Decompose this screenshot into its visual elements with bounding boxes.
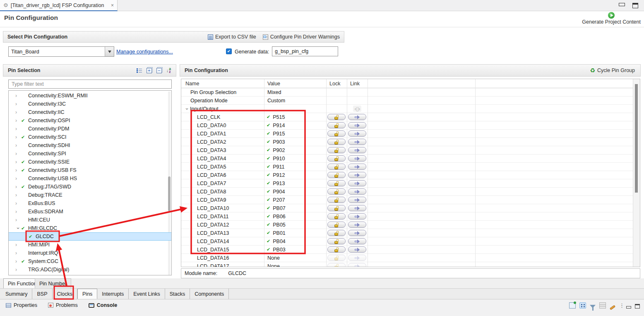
chevron-icon[interactable]: › <box>15 184 21 190</box>
chevron-icon[interactable]: › <box>15 192 21 198</box>
table-row[interactable]: LCD_DATA4✔P910 <box>181 154 640 163</box>
link-button[interactable] <box>348 130 366 137</box>
chevron-icon[interactable]: › <box>15 217 21 223</box>
lock-button[interactable] <box>327 155 346 162</box>
chevron-down-icon[interactable]: › <box>184 106 190 112</box>
chevron-icon[interactable]: › <box>15 93 21 99</box>
chevron-down-icon[interactable] <box>105 47 114 56</box>
table-row[interactable]: Pin Group SelectionMixed <box>181 88 640 96</box>
table-row[interactable]: LCD_DATA14✔PB04 <box>181 237 640 246</box>
configure-pin-driver-warnings-button[interactable]: Configure Pin Driver Warnings <box>263 34 340 40</box>
chevron-icon[interactable]: › <box>15 134 21 140</box>
tree-item[interactable]: ›ExBus:SDRAM <box>9 207 171 216</box>
tab-stacks[interactable]: Stacks <box>165 289 190 299</box>
table-row[interactable]: LCD_DATA7✔P913 <box>181 179 640 188</box>
table-row[interactable]: LCD_DATA11✔PB06 <box>181 212 640 221</box>
board-select[interactable]: Titan_Board <box>8 46 114 57</box>
link-button[interactable] <box>348 180 366 186</box>
lock-button[interactable] <box>327 180 346 186</box>
close-icon[interactable]: × <box>111 2 114 8</box>
link-button[interactable] <box>348 114 366 120</box>
filter-icon[interactable] <box>590 305 596 308</box>
expand-all-icon[interactable]: + <box>147 68 152 73</box>
link-button[interactable] <box>348 205 366 211</box>
tree-item[interactable]: ›Connectivity:PDM <box>9 125 171 133</box>
tree-item[interactable]: ✔GLCDC <box>9 232 171 241</box>
chevron-icon[interactable]: › <box>15 258 21 264</box>
table-row[interactable]: Operation ModeCustom <box>181 96 640 105</box>
tree-item[interactable]: ›TRG:ADC(Digital) <box>9 265 171 274</box>
generate-data-input[interactable] <box>272 46 338 56</box>
lock-button[interactable] <box>327 188 346 195</box>
table-row[interactable]: LCD_CLK✔P515 <box>181 113 640 121</box>
sort-alpha-icon[interactable]: ↓az <box>166 68 171 73</box>
link-button[interactable] <box>348 155 366 162</box>
window-maximize-icon[interactable] <box>632 3 638 8</box>
link-button[interactable] <box>348 172 366 178</box>
chevron-icon[interactable]: › <box>15 109 21 115</box>
tree-item[interactable]: ›✔Connectivity:USB FS <box>9 166 171 174</box>
link-button[interactable] <box>348 213 366 220</box>
lock-button[interactable] <box>327 238 346 244</box>
table-row[interactable]: LCD_DATA16None <box>181 254 640 262</box>
table-row[interactable]: LCD_DATA10✔PB07 <box>181 204 640 212</box>
lock-button[interactable] <box>327 114 346 120</box>
view-tab-console[interactable]: Console <box>85 301 120 310</box>
link-button[interactable] <box>348 139 366 145</box>
lock-button[interactable] <box>327 164 346 170</box>
chevron-icon[interactable]: › <box>15 176 21 181</box>
link-button[interactable] <box>348 188 366 195</box>
link-button[interactable] <box>348 164 366 170</box>
tab-pin-number[interactable]: Pin Number <box>35 278 71 288</box>
tree-item[interactable]: ›Connectivity:SDHI <box>9 141 171 150</box>
chevron-icon[interactable]: › <box>15 142 21 148</box>
link-button[interactable] <box>348 230 366 236</box>
chevron-icon[interactable]: › <box>15 151 21 157</box>
chevron-icon[interactable]: › <box>15 118 21 123</box>
tree-item[interactable]: ›Connectivity:IIC <box>9 108 171 116</box>
tree-item[interactable]: ›✔HMI:GLCDC <box>9 224 171 232</box>
chevron-icon[interactable]: › <box>15 126 21 132</box>
tab-bsp[interactable]: BSP <box>32 289 52 299</box>
view-menu-icon[interactable]: ⋮ <box>619 302 622 309</box>
view-tab-problems[interactable]: Problems <box>45 301 81 310</box>
link-button[interactable] <box>348 238 366 244</box>
chevron-icon[interactable]: › <box>15 250 21 256</box>
tree-item[interactable]: ›Connectivity:SPI <box>9 150 171 158</box>
tree-item[interactable]: ›Connectivity:USB HS <box>9 174 171 183</box>
filter-input[interactable]: Type filter text <box>8 80 172 89</box>
table-scrollbar-thumb[interactable] <box>635 84 638 193</box>
tab-summary[interactable]: Summary <box>1 289 32 299</box>
table-row[interactable]: LCD_DATA3✔P902 <box>181 146 640 154</box>
tree-outline-icon[interactable] <box>579 302 586 309</box>
chevron-icon[interactable]: › <box>15 167 21 173</box>
chevron-icon[interactable]: › <box>15 101 21 107</box>
tab-interrupts[interactable]: Interrupts <box>97 289 129 299</box>
lock-button[interactable] <box>327 197 346 203</box>
chevron-icon[interactable]: › <box>15 200 21 206</box>
link-button[interactable] <box>348 147 366 153</box>
tree-item[interactable]: ›HMI:MIPI <box>9 241 171 249</box>
view-tab-properties[interactable]: Properties <box>2 301 41 310</box>
tree-item[interactable]: ›ExBus:BUS <box>9 199 171 207</box>
tree-item[interactable]: ›✔Connectivity:OSPI <box>9 116 171 125</box>
list-view-icon[interactable] <box>137 68 142 73</box>
maximize-view-icon[interactable] <box>635 304 640 309</box>
table-row[interactable]: LCD_DATA17None <box>181 262 640 267</box>
tree-item[interactable]: ›Connectivity:ESWM_RMII <box>9 92 171 100</box>
table-row[interactable]: LCD_DATA13✔PB01 <box>181 229 640 237</box>
lock-button[interactable] <box>327 139 346 145</box>
lock-button[interactable] <box>327 147 346 153</box>
lock-button[interactable] <box>327 172 346 178</box>
lock-button[interactable] <box>327 122 346 128</box>
cycle-pin-group-button[interactable]: ♻ Cycle Pin Group <box>590 67 640 74</box>
manage-configurations-link[interactable]: Manage configurations... <box>116 49 173 55</box>
tree-item[interactable]: ›✔Connectivity:SCI <box>9 133 171 141</box>
chevron-icon[interactable]: › <box>15 242 21 248</box>
tree-item[interactable]: ›✔Connectivity:SSIE <box>9 158 171 166</box>
chevron-icon[interactable]: › <box>15 267 21 273</box>
tree-item[interactable]: ›✔Debug:JTAG/SWD <box>9 183 171 191</box>
chevron-icon[interactable]: › <box>15 225 21 231</box>
table-row[interactable]: LCD_DATA0✔P914 <box>181 121 640 130</box>
link-button[interactable] <box>348 222 366 228</box>
